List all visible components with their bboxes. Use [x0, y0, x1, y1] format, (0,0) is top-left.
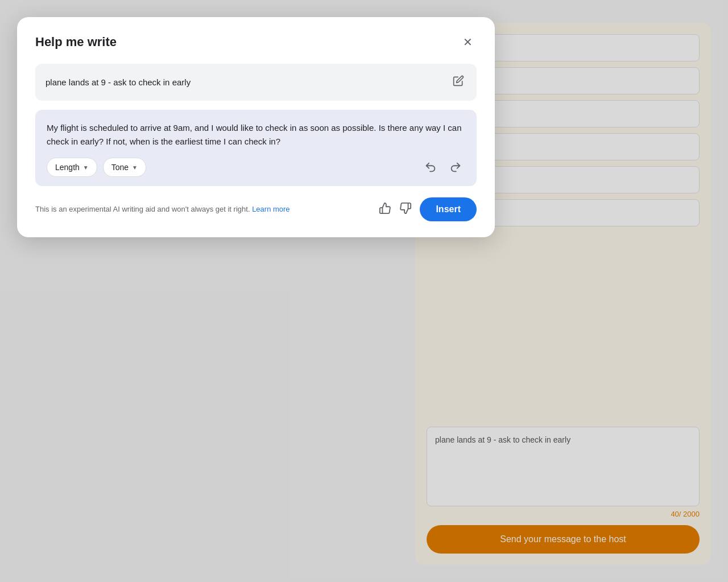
modal-overlay: Help me write ✕ plane lands at 9 - ask t… [0, 0, 728, 582]
generated-content-box: My flight is scheduled to arrive at 9am,… [35, 110, 477, 186]
length-dropdown[interactable]: Length ▼ [47, 158, 97, 177]
thumbs-down-button[interactable] [397, 200, 414, 220]
prompt-text: plane lands at 9 - ask to check in early [46, 77, 450, 87]
generated-text: My flight is scheduled to arrive at 9am,… [47, 121, 465, 148]
thumbs-up-icon [379, 202, 391, 214]
length-label: Length [55, 163, 80, 172]
tone-label: Tone [111, 163, 129, 172]
controls-row: Length ▼ Tone ▼ [47, 158, 465, 177]
close-button[interactable]: ✕ [458, 33, 477, 51]
length-chevron-icon: ▼ [83, 164, 89, 171]
tone-dropdown[interactable]: Tone ▼ [103, 158, 146, 177]
feedback-buttons [377, 200, 414, 220]
redo-button[interactable] [446, 158, 465, 177]
edit-icon[interactable] [450, 73, 466, 92]
modal-footer: This is an experimental AI writing aid a… [35, 197, 477, 221]
thumbs-up-button[interactable] [377, 200, 394, 220]
footer-disclaimer: This is an experimental AI writing aid a… [35, 204, 371, 215]
redo-icon [449, 161, 462, 174]
insert-button[interactable]: Insert [420, 197, 477, 221]
modal-header: Help me write ✕ [35, 33, 477, 51]
tone-chevron-icon: ▼ [132, 164, 138, 171]
help-me-write-modal: Help me write ✕ plane lands at 9 - ask t… [17, 17, 495, 237]
close-icon: ✕ [463, 35, 473, 49]
prompt-box: plane lands at 9 - ask to check in early [35, 64, 477, 101]
thumbs-down-icon [399, 202, 412, 214]
undo-button[interactable] [421, 158, 440, 177]
undo-icon [424, 161, 437, 174]
modal-title: Help me write [35, 35, 117, 49]
learn-more-link[interactable]: Learn more [252, 205, 289, 213]
